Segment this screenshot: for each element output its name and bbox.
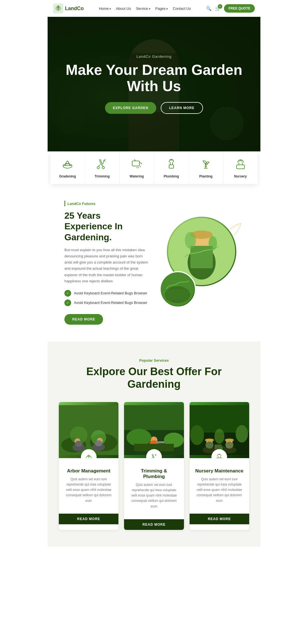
svg-rect-17 <box>166 289 189 300</box>
gradening-icon <box>53 157 82 172</box>
plumbing-icon <box>157 157 186 172</box>
about-section: LandCo Futures 25 Years Experience In Ga… <box>48 184 260 341</box>
svg-rect-5 <box>169 165 174 168</box>
service-planting[interactable]: Planting <box>189 151 223 184</box>
card-read-more-1[interactable]: READ MORE <box>59 514 118 524</box>
check-text-2: Avoid Keyboard Event-Related Bugs Browse… <box>74 301 147 305</box>
svg-point-1 <box>57 6 59 7</box>
about-images <box>160 215 244 310</box>
logo-icon <box>53 3 63 13</box>
svg-point-25 <box>75 441 83 447</box>
hero-title: Make Your Dream Garden With Us <box>59 62 249 94</box>
service-nursery-label: Nursery <box>226 174 255 178</box>
about-desc: But must explain to you how all this mis… <box>64 247 148 284</box>
card-body-3: Nursery Maintenance Quis autem vel eum i… <box>190 458 249 514</box>
nav-pages[interactable]: Pages <box>155 6 168 11</box>
section-header: Popular Services Exlpore Our Best Offer … <box>59 358 249 391</box>
free-quote-button[interactable]: FREE QUOTE <box>224 4 255 13</box>
card-title-2: Trimming & Plumbing <box>130 468 178 479</box>
card-desc-2: Quis autem vel eum iure reprehende qui i… <box>130 482 178 509</box>
hero-buttons: EXPLORE GARDEN LEARN MORE <box>59 102 249 114</box>
trimming-icon <box>88 157 117 172</box>
svg-point-3 <box>97 167 99 169</box>
navbar: LandCo Home About Us Service Pages Conta… <box>48 0 260 17</box>
service-planting-label: Planting <box>192 174 220 178</box>
service-watering-label: Watering <box>122 174 151 178</box>
svg-point-12 <box>185 232 196 249</box>
check-text-1: Avoid Keyboard Event-Related Bugs Browse… <box>74 291 147 295</box>
service-trimming-label: Trimming <box>88 174 117 178</box>
card-title-3: Nursery Maintenance <box>195 468 244 474</box>
svg-point-45 <box>206 442 213 449</box>
service-gradening[interactable]: Gradening <box>50 151 85 184</box>
about-tag: LandCo Futures <box>64 201 148 206</box>
card-image-2 <box>124 402 184 458</box>
card-body-1: Arbor Management Quis autem vel eum iure… <box>59 458 118 514</box>
nav-contact[interactable]: Contact Us <box>173 6 191 11</box>
popular-title: Exlpore Our Best Offer For Gardening <box>59 365 249 391</box>
svg-point-49 <box>225 438 234 442</box>
card-desc-1: Quis autem vel eum iure reprehende qui i… <box>64 477 113 504</box>
card-image-1 <box>59 402 118 458</box>
check-icon-2: ✓ <box>64 299 71 306</box>
about-text: LandCo Futures 25 Years Experience In Ga… <box>64 201 148 325</box>
watering-icon <box>122 157 151 172</box>
nursery-icon <box>226 157 255 172</box>
card-image-3 <box>190 402 249 458</box>
svg-point-44 <box>205 438 214 442</box>
services-row: Gradening Trimming Watering <box>50 151 258 184</box>
nav-actions: 🔍 🛒 0 FREE QUOTE <box>206 4 255 13</box>
hero-section: LandCo Gardening Make Your Dream Garden … <box>48 17 260 151</box>
nav-links: Home About Us Service Pages Contact Us <box>99 6 191 11</box>
read-more-button[interactable]: READ MORE <box>64 314 103 325</box>
planting-icon <box>192 157 220 172</box>
svg-rect-6 <box>237 165 244 169</box>
brand-name: LandCo <box>65 6 84 11</box>
nav-about[interactable]: About Us <box>116 6 131 11</box>
svg-rect-55 <box>216 458 222 458</box>
service-gradening-label: Gradening <box>53 174 82 178</box>
svg-point-35 <box>127 429 151 446</box>
card-read-more-2[interactable]: READ MORE <box>124 519 184 530</box>
service-card-1: Arbor Management Quis autem vel eum iure… <box>59 402 118 530</box>
svg-point-2 <box>63 164 72 168</box>
nav-home[interactable]: Home <box>99 6 111 11</box>
about-small-image <box>160 271 196 308</box>
popular-services-section: Popular Services Exlpore Our Best Offer … <box>48 341 260 547</box>
cart-badge: 0 <box>218 4 222 9</box>
service-card-3: Nursery Maintenance Quis autem vel eum i… <box>190 402 249 530</box>
service-plumbing-label: Plumbing <box>157 174 186 178</box>
card-title-1: Arbor Management <box>64 468 113 474</box>
nav-service[interactable]: Service <box>136 6 150 11</box>
check-item-2: ✓ Avoid Keyboard Event-Related Bugs Brow… <box>64 299 148 306</box>
popular-tag: Popular Services <box>59 358 249 363</box>
check-item-1: ✓ Avoid Keyboard Event-Related Bugs Brow… <box>64 290 148 297</box>
service-plumbing[interactable]: Plumbing <box>154 151 189 184</box>
svg-point-4 <box>102 167 104 169</box>
svg-rect-11 <box>190 246 213 268</box>
learn-more-button[interactable]: LEARN MORE <box>161 102 203 114</box>
card-desc-3: Quis autem vel eum iure reprehende qui i… <box>195 477 244 504</box>
service-nursery[interactable]: Nursery <box>223 151 258 184</box>
svg-point-52 <box>235 425 248 442</box>
search-icon[interactable]: 🔍 <box>206 6 212 11</box>
hero-content: LandCo Gardening Make Your Dream Garden … <box>48 54 260 114</box>
svg-point-13 <box>209 236 217 250</box>
svg-point-28 <box>95 440 102 446</box>
card-read-more-3[interactable]: READ MORE <box>190 514 249 524</box>
service-watering[interactable]: Watering <box>120 151 154 184</box>
hero-subtitle: LandCo Gardening <box>59 54 249 59</box>
cart-wrapper[interactable]: 🛒 0 <box>215 6 221 11</box>
logo[interactable]: LandCo <box>53 3 84 13</box>
card-body-2: Trimming & Plumbing Quis autem vel eum i… <box>124 458 184 519</box>
svg-point-51 <box>190 425 204 445</box>
service-trimming[interactable]: Trimming <box>85 151 120 184</box>
about-title: 25 Years Experience In Gardening. <box>64 210 148 243</box>
service-card-2: Trimming & Plumbing Quis autem vel eum i… <box>124 402 184 530</box>
check-icon-1: ✓ <box>64 290 71 297</box>
cards-row: Arbor Management Quis autem vel eum iure… <box>59 402 249 530</box>
svg-point-50 <box>225 442 233 449</box>
svg-point-53 <box>214 429 225 444</box>
check-list: ✓ Avoid Keyboard Event-Related Bugs Brow… <box>64 290 148 306</box>
explore-garden-button[interactable]: EXPLORE GARDEN <box>105 102 156 114</box>
